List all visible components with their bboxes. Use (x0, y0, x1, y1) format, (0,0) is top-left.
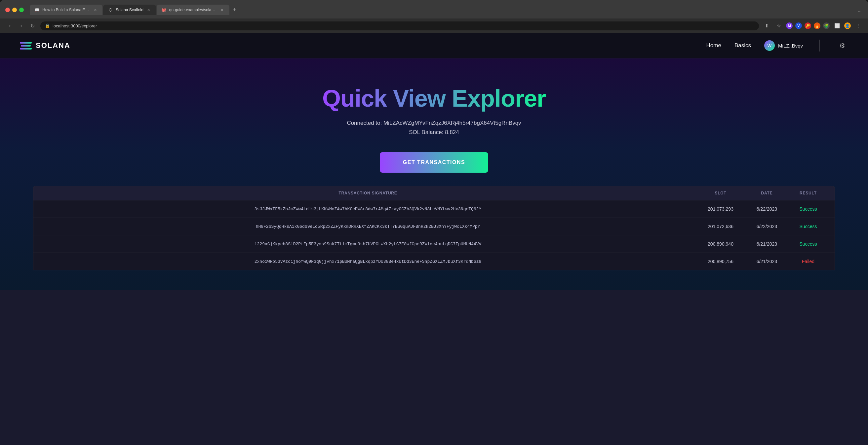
header-signature: TRANSACTION SIGNATURE (40, 191, 696, 196)
toolbar-actions: ⬆ ☆ M V 🔑 🔥 🧩 ⬜ 👤 ⋮ (762, 21, 863, 30)
extension-metamask-icon[interactable]: M (786, 23, 793, 29)
cell-date-3: 6/21/2023 (745, 241, 788, 247)
cell-signature-1: 3sJJJWxTF5kZhJmZWw4Ldis3jLKKWMoZAw7hKCcD… (40, 207, 696, 212)
table-row: 3sJJJWxTF5kZhJmZWw4Ldis3jLKKWMoZAw7hKCcD… (33, 200, 835, 218)
page-content: SOLANA Home Basics W MiLZ..Bvqv ⚙ Quick … (0, 33, 868, 445)
cell-signature-4: 2xno1WRb53vAzc1jhofwQ9N3qGjjvhx71pBUMhaQ… (40, 259, 696, 264)
browser-menu-icon[interactable]: ⬜ (832, 21, 842, 30)
transactions-table: TRANSACTION SIGNATURE SLOT DATE RESULT 3… (33, 186, 835, 270)
cell-result-1: Success (788, 206, 828, 212)
cell-signature-3: 1229aGjKkpcb8S1D2PtEp5E3yms9Snk7TtimTgmu… (40, 242, 696, 247)
share-icon[interactable]: ⬆ (762, 21, 772, 30)
traffic-lights (5, 8, 24, 12)
back-button[interactable]: ‹ (5, 21, 14, 30)
more-menu-button[interactable]: ⋮ (854, 21, 863, 30)
browser-tab-2[interactable]: ⬡ Solana Scaffold ✕ (103, 5, 156, 15)
cell-date-1: 6/22/2023 (745, 206, 788, 212)
table-row: 2xno1WRb53vAzc1jhofwQ9N3qGjjvhx71pBUMhaQ… (33, 253, 835, 270)
site-navbar: SOLANA Home Basics W MiLZ..Bvqv ⚙ (0, 33, 868, 59)
cell-result-2: Success (788, 224, 828, 229)
cell-result-3: Success (788, 241, 828, 247)
cell-slot-4: 200,890,756 (696, 259, 745, 264)
solana-logo-text: SOLANA (36, 41, 70, 50)
table-wrapper: TRANSACTION SIGNATURE SLOT DATE RESULT 3… (13, 186, 855, 270)
cell-signature-2: hH8F2bSyQqHksAixG6db9eLo5Rp2xZZFyKxmDRRX… (40, 224, 696, 229)
header-date: DATE (745, 191, 788, 196)
tab-favicon-2: ⬡ (108, 7, 113, 12)
address-bar[interactable]: 🔒 localhost:3000/explorer (40, 22, 759, 30)
browser-tab-3[interactable]: 🐙 qn-guide-examples/solana/ex… ✕ (157, 5, 229, 15)
header-slot: SLOT (696, 191, 745, 196)
wallet-info: W MiLZ..Bvqv (764, 40, 803, 51)
wallet-avatar: W (764, 40, 775, 51)
table-row: hH8F2bSyQqHksAixG6db9eLo5Rp2xZZFyKxmDRRX… (33, 218, 835, 235)
cell-date-2: 6/22/2023 (745, 224, 788, 229)
user-avatar-icon[interactable]: 👤 (844, 23, 851, 29)
wallet-label: MiLZ..Bvqv (778, 43, 803, 48)
extension-red-icon[interactable]: 🔑 (805, 23, 811, 29)
cell-slot-2: 201,072,636 (696, 224, 745, 229)
hero-title: Quick View Explorer (322, 85, 546, 112)
window-minimize-button[interactable] (12, 8, 17, 12)
hero-connected-text: Connected to: MiLZAcWZgMYvFnZqzJ6XRj4h5r… (347, 120, 521, 127)
tab-favicon-3: 🐙 (161, 7, 166, 12)
browser-controls: 📖 How to Build a Solana Explorer ✕ ⬡ Sol… (5, 5, 863, 15)
browser-window: 📖 How to Build a Solana Explorer ✕ ⬡ Sol… (0, 0, 868, 445)
nav-link-home[interactable]: Home (706, 42, 721, 49)
address-text: localhost:3000/explorer (53, 24, 97, 28)
cell-slot-3: 200,890,940 (696, 241, 745, 247)
tab-close-3[interactable]: ✕ (219, 7, 225, 12)
extension-orange-icon[interactable]: 🔥 (814, 23, 820, 29)
tabs-bar: 📖 How to Build a Solana Explorer ✕ ⬡ Sol… (30, 5, 863, 15)
tab-expand-button[interactable]: ⌄ (856, 7, 863, 14)
hero-balance-text: SOL Balance: 8.824 (409, 129, 459, 136)
hero-section: Quick View Explorer Connected to: MiLZAc… (0, 59, 868, 290)
window-close-button[interactable] (5, 8, 10, 12)
solana-stripe-2 (21, 45, 31, 46)
table-header: TRANSACTION SIGNATURE SLOT DATE RESULT (33, 186, 835, 200)
new-tab-button[interactable]: + (230, 5, 239, 14)
extension-puzzle-icon[interactable]: 🧩 (823, 23, 830, 29)
cell-result-4: Failed (788, 259, 828, 264)
tab-title-2: Solana Scaffold (116, 8, 144, 12)
table-row: 1229aGjKkpcb8S1D2PtEp5E3yms9Snk7TtimTgmu… (33, 235, 835, 253)
settings-icon[interactable]: ⚙ (836, 40, 848, 52)
tab-favicon-1: 📖 (34, 7, 40, 12)
tab-title-3: qn-guide-examples/solana/ex… (169, 8, 217, 12)
lock-icon: 🔒 (45, 24, 50, 28)
tab-close-2[interactable]: ✕ (146, 7, 151, 12)
browser-titlebar: 📖 How to Build a Solana Explorer ✕ ⬡ Sol… (0, 0, 868, 19)
window-maximize-button[interactable] (19, 8, 24, 12)
nav-divider (819, 40, 820, 52)
extension-v-icon[interactable]: V (795, 23, 802, 29)
forward-button[interactable]: › (17, 21, 26, 30)
reload-button[interactable]: ↻ (28, 21, 37, 30)
bookmark-icon[interactable]: ☆ (774, 21, 783, 30)
browser-toolbar: ‹ › ↻ 🔒 localhost:3000/explorer ⬆ ☆ M V … (0, 19, 868, 33)
nav-link-basics[interactable]: Basics (735, 42, 751, 49)
nav-buttons: ‹ › ↻ (5, 21, 37, 30)
solana-logo: SOLANA (20, 41, 70, 50)
tab-title-1: How to Build a Solana Explorer (42, 8, 90, 12)
cell-slot-1: 201,073,293 (696, 206, 745, 212)
cell-date-4: 6/21/2023 (745, 259, 788, 264)
solana-stripe-3 (20, 48, 32, 49)
solana-stripe-1 (20, 42, 32, 43)
get-transactions-button[interactable]: GET TRANSACTIONS (380, 152, 488, 173)
header-result: RESULT (788, 191, 828, 196)
tab-close-1[interactable]: ✕ (93, 7, 98, 12)
browser-tab-1[interactable]: 📖 How to Build a Solana Explorer ✕ (30, 5, 102, 15)
solana-logo-icon (20, 42, 32, 49)
nav-links: Home Basics W MiLZ..Bvqv ⚙ (706, 40, 848, 52)
